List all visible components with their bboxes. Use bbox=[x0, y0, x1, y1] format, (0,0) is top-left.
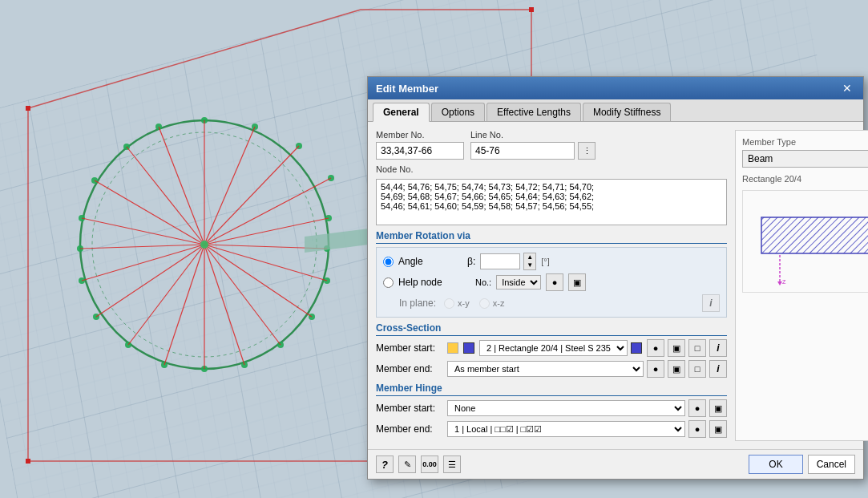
cs-start-info[interactable]: i bbox=[709, 339, 727, 357]
cs-end-info[interactable]: i bbox=[709, 360, 727, 378]
helpnode-no-label: No.: bbox=[475, 277, 491, 287]
help-button[interactable]: ? bbox=[376, 455, 394, 473]
inplane-label: In plane: bbox=[399, 298, 436, 309]
cs-start-edit[interactable]: ▣ bbox=[668, 339, 685, 357]
preview-label: Rectangle 20/4 bbox=[742, 174, 868, 184]
member-no-group: Member No. bbox=[376, 130, 464, 160]
table-button[interactable]: ☰ bbox=[443, 455, 461, 473]
member-rotation-group: Angle β: ▲ ▼ [°] Help node No.: bbox=[376, 247, 727, 318]
helpnode-row: Help node No.: Inside ● ▣ bbox=[383, 273, 720, 291]
helpnode-radio[interactable] bbox=[383, 277, 394, 288]
info-button[interactable]: i bbox=[702, 294, 720, 312]
cs-start-select[interactable]: 2 | Rectangle 20/4 | Steel S 235 bbox=[479, 340, 628, 356]
cs-start-row: Member start: 2 | Rectangle 20/4 | Steel… bbox=[376, 339, 727, 357]
left-panel: Member No. Line No. ⋮ Node No. Member Ro… bbox=[376, 130, 727, 441]
close-button[interactable]: ✕ bbox=[839, 82, 855, 95]
cs-end-select[interactable]: As member start bbox=[447, 361, 644, 377]
angle-row: Angle β: ▲ ▼ [°] bbox=[383, 253, 720, 270]
svg-text:z: z bbox=[782, 277, 786, 285]
hinge-start-select[interactable]: None bbox=[447, 400, 685, 416]
beta-spinner[interactable]: ▲ ▼ bbox=[523, 253, 536, 270]
helpnode-select[interactable]: Inside bbox=[496, 275, 541, 289]
hinge-end-row: Member end: 1 | Local | □□☑ | □☑☑ ● ▣ bbox=[376, 420, 727, 438]
beta-input-group: ▲ ▼ bbox=[480, 253, 536, 270]
edit-member-dialog: Edit Member ✕ General Options Effective … bbox=[367, 76, 864, 480]
cs-start-pick[interactable]: ● bbox=[647, 339, 664, 357]
xz-radio bbox=[479, 298, 490, 309]
member-no-input[interactable] bbox=[376, 142, 464, 160]
beta-unit: [°] bbox=[541, 257, 550, 266]
helpnode-pick-button[interactable]: ● bbox=[546, 273, 563, 291]
tab-modify-stiffness[interactable]: Modify Stiffness bbox=[583, 103, 671, 121]
hinge-end-select[interactable]: 1 | Local | □□☑ | □☑☑ bbox=[447, 421, 685, 437]
angle-radio[interactable] bbox=[383, 257, 394, 267]
cs-end-row: Member end: As member start ● ▣ □ i bbox=[376, 360, 727, 378]
hinge-end-edit[interactable]: ▣ bbox=[709, 420, 727, 438]
member-line-row: Member No. Line No. ⋮ bbox=[376, 130, 727, 160]
node-no-label: Node No. bbox=[376, 164, 727, 174]
member-type-label: Member Type bbox=[742, 137, 868, 147]
member-hinge-header: Member Hinge bbox=[376, 383, 727, 396]
member-type-select[interactable]: Beam Truss Buckling Cable Rib Tension Co… bbox=[742, 150, 868, 168]
hinge-start-label: Member start: bbox=[376, 403, 444, 414]
cs-color2 bbox=[631, 342, 642, 354]
hinge-start-edit[interactable]: ▣ bbox=[709, 399, 727, 417]
cs-end-edit[interactable]: ▣ bbox=[668, 360, 685, 378]
xz-label: x-z bbox=[493, 298, 505, 308]
cs-icon-yellow bbox=[447, 342, 458, 354]
tab-options[interactable]: Options bbox=[431, 103, 485, 121]
helpnode-label: Help node bbox=[398, 277, 462, 288]
xy-radio bbox=[444, 298, 454, 309]
cross-section-svg: y z bbox=[749, 197, 868, 285]
hinge-start-row: Member start: None ● ▣ bbox=[376, 399, 727, 417]
inplane-row: In plane: x-y x-z i bbox=[383, 294, 720, 312]
line-no-pick-button[interactable]: ⋮ bbox=[578, 142, 595, 160]
node-no-textarea[interactable] bbox=[376, 179, 727, 225]
ok-button[interactable]: OK bbox=[749, 455, 802, 474]
tab-bar: General Options Effective Lengths Modify… bbox=[368, 99, 863, 122]
hinge-end-label: Member end: bbox=[376, 423, 444, 435]
cross-section-header: Cross-Section bbox=[376, 322, 727, 336]
cs-color-box bbox=[463, 342, 474, 354]
svg-rect-56 bbox=[761, 217, 868, 253]
member-rotation-header: Member Rotation via bbox=[376, 230, 727, 244]
dialog-titlebar: Edit Member ✕ bbox=[368, 77, 863, 99]
tab-general[interactable]: General bbox=[373, 103, 430, 122]
cs-end-label: Member end: bbox=[376, 363, 444, 375]
line-no-label: Line No. bbox=[470, 130, 595, 140]
cs-end-pick[interactable]: ● bbox=[647, 360, 664, 378]
line-no-input[interactable] bbox=[470, 142, 575, 160]
hinge-start-pick[interactable]: ● bbox=[688, 399, 706, 417]
angle-label: Angle bbox=[398, 256, 462, 267]
cs-start-copy[interactable]: □ bbox=[688, 339, 706, 357]
node-no-group: Node No. bbox=[376, 164, 727, 225]
cs-end-copy[interactable]: □ bbox=[688, 360, 706, 378]
cs-start-label: Member start: bbox=[376, 342, 444, 354]
dialog-title: Edit Member bbox=[376, 83, 438, 95]
zero-button[interactable]: 0.00 bbox=[421, 455, 438, 473]
tab-effective-lengths[interactable]: Effective Lengths bbox=[486, 103, 581, 121]
helpnode-options-button[interactable]: ▣ bbox=[568, 273, 586, 291]
member-no-label: Member No. bbox=[376, 130, 464, 140]
svg-point-54 bbox=[200, 241, 208, 249]
right-panel: Member Type Beam Truss Buckling Cable Ri… bbox=[735, 130, 868, 441]
cancel-button[interactable]: Cancel bbox=[808, 455, 855, 474]
notes-button[interactable]: ✎ bbox=[398, 455, 416, 473]
line-no-group: Line No. ⋮ bbox=[470, 130, 595, 160]
dialog-body: Member No. Line No. ⋮ Node No. Member Ro… bbox=[368, 122, 863, 449]
member-type-select-row: Beam Truss Buckling Cable Rib Tension Co… bbox=[742, 150, 868, 168]
cross-section-preview-area: y z bbox=[742, 190, 868, 293]
beta-label: β: bbox=[467, 256, 475, 267]
beta-input[interactable] bbox=[480, 253, 520, 269]
hinge-end-pick[interactable]: ● bbox=[688, 420, 706, 438]
xy-label: x-y bbox=[458, 298, 470, 308]
dialog-bottom-bar: ? ✎ 0.00 ☰ OK Cancel bbox=[368, 449, 863, 479]
